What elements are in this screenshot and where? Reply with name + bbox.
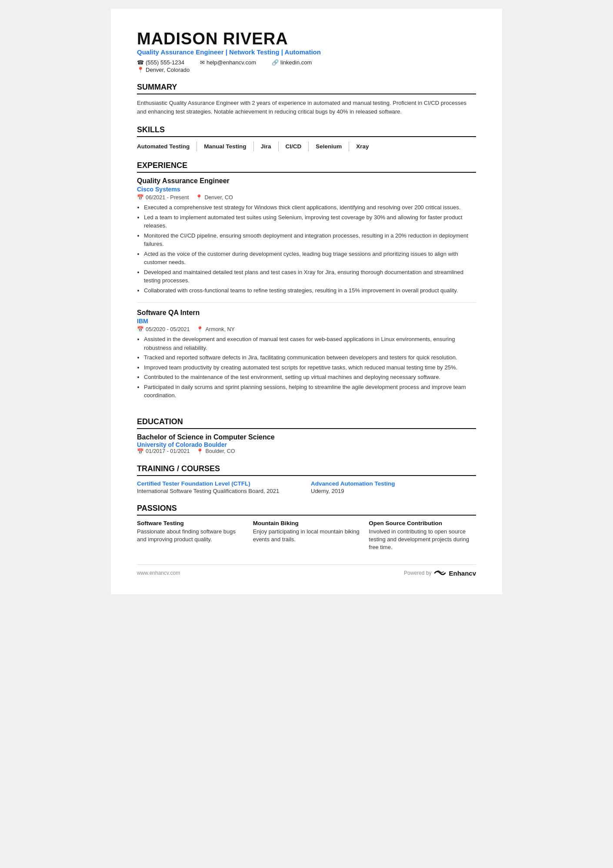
calendar-icon: 📅 <box>137 326 144 332</box>
summary-text: Enthusiastic Quality Assurance Engineer … <box>137 99 476 116</box>
passion-title: Mountain Biking <box>253 520 360 526</box>
bullet-item: Participated in daily scrums and sprint … <box>144 383 476 400</box>
linkedin-value: linkedin.com <box>280 59 312 66</box>
summary-heading: SUMMARY <box>137 83 476 94</box>
experience-section: EXPERIENCE Quality Assurance EngineerCis… <box>137 161 476 408</box>
skills-heading: SKILLS <box>137 125 476 137</box>
bullet-item: Developed and maintained detailed test p… <box>144 268 476 285</box>
candidate-name: MADISON RIVERA <box>137 30 476 48</box>
passion-text: Enjoy participating in local mountain bi… <box>253 528 360 543</box>
experience-heading: EXPERIENCE <box>137 161 476 173</box>
training-item: Certified Tester Foundation Level (CTFL)… <box>137 480 302 494</box>
skills-section: SKILLS Automated TestingManual TestingJi… <box>137 125 476 151</box>
location-value: Denver, Colorado <box>146 67 190 73</box>
edu-degree: Bachelor of Science in Computer Science <box>137 433 476 441</box>
enhancv-brand-name: Enhancv <box>449 570 476 577</box>
passion-item: Software TestingPassionate about finding… <box>137 520 244 552</box>
enhancv-logo-icon <box>434 569 446 577</box>
edu-location: 📍 Boulder, CO <box>197 448 235 455</box>
resume-page: MADISON RIVERA Quality Assurance Enginee… <box>111 9 502 594</box>
calendar-icon: 📅 <box>137 194 144 201</box>
bullet-item: Contributed to the maintenance of the te… <box>144 373 476 382</box>
email-icon: ✉ <box>200 59 205 66</box>
footer-website: www.enhancv.com <box>137 570 180 576</box>
bullet-item: Assisted in the development and executio… <box>144 335 476 352</box>
job-date: 📅 06/2021 - Present <box>137 194 189 201</box>
job-date: 📅 05/2020 - 05/2021 <box>137 326 190 332</box>
bullet-item: Improved team productivity by creating a… <box>144 363 476 372</box>
powered-by-label: Powered by <box>404 570 431 576</box>
job-bullets: Executed a comprehensive test strategy f… <box>137 203 476 295</box>
job-meta: 📅 06/2021 - Present 📍 Denver, CO <box>137 194 476 201</box>
job-location: 📍 Denver, CO <box>196 194 233 201</box>
bullet-item: Led a team to implement automated test s… <box>144 213 476 230</box>
education-heading: EDUCATION <box>137 417 476 429</box>
passion-title: Open Source Contribution <box>369 520 476 526</box>
training-issuer: International Software Testing Qualifica… <box>137 488 302 494</box>
skill-item: Jira <box>261 141 279 151</box>
passion-text: Passionate about finding software bugs a… <box>137 528 244 543</box>
passion-title: Software Testing <box>137 520 244 526</box>
phone-icon: ☎ <box>137 59 144 66</box>
bullet-item: Executed a comprehensive test strategy f… <box>144 203 476 212</box>
skill-item: Automated Testing <box>137 141 197 151</box>
training-item: Advanced Automation TestingUdemy, 2019 <box>311 480 476 494</box>
header: MADISON RIVERA Quality Assurance Enginee… <box>137 30 476 73</box>
experience-block: Quality Assurance EngineerCisco Systems … <box>137 177 476 303</box>
training-issuer: Udemy, 2019 <box>311 488 476 494</box>
linkedin-contact: 🔗 linkedin.com <box>272 59 312 66</box>
passion-text: Involved in contributing to open source … <box>369 528 476 552</box>
training-section: TRAINING / COURSES Certified Tester Foun… <box>137 464 476 494</box>
bullet-item: Acted as the voice of the customer durin… <box>144 250 476 267</box>
phone-value: (555) 555-1234 <box>146 59 184 66</box>
job-meta: 📅 05/2020 - 05/2021 📍 Armonk, NY <box>137 326 476 332</box>
location-icon: 📍 <box>196 194 203 201</box>
job-title: Quality Assurance Engineer <box>137 177 476 185</box>
skill-item: Manual Testing <box>204 141 253 151</box>
passions-section: PASSIONS Software TestingPassionate abou… <box>137 504 476 552</box>
training-heading: TRAINING / COURSES <box>137 464 476 476</box>
location-row: 📍 Denver, Colorado <box>137 67 476 73</box>
job-title: Software QA Intern <box>137 309 476 317</box>
location-icon: 📍 <box>137 67 144 73</box>
location-icon: 📍 <box>197 326 203 332</box>
contact-row: ☎ (555) 555-1234 ✉ help@enhancv.com 🔗 li… <box>137 59 476 66</box>
bullet-item: Collaborated with cross-functional teams… <box>144 286 476 295</box>
company-name: IBM <box>137 318 476 325</box>
passion-item: Mountain BikingEnjoy participating in lo… <box>253 520 360 552</box>
job-bullets: Assisted in the development and executio… <box>137 335 476 400</box>
candidate-title: Quality Assurance Engineer | Network Tes… <box>137 48 476 56</box>
email-value: help@enhancv.com <box>207 59 256 66</box>
edu-date: 📅 01/2017 - 01/2021 <box>137 448 190 455</box>
link-icon: 🔗 <box>272 59 279 66</box>
education-section: EDUCATION Bachelor of Science in Compute… <box>137 417 476 455</box>
bullet-item: Monitored the CI/CD pipeline, ensuring s… <box>144 231 476 248</box>
passion-item: Open Source ContributionInvolved in cont… <box>369 520 476 552</box>
page-footer: www.enhancv.com Powered by Enhancv <box>137 564 476 577</box>
company-name: Cisco Systems <box>137 186 476 193</box>
bullet-item: Tracked and reported software defects in… <box>144 353 476 362</box>
skill-item: Xray <box>356 141 376 151</box>
training-name: Certified Tester Foundation Level (CTFL) <box>137 480 302 487</box>
footer-brand: Powered by Enhancv <box>404 569 476 577</box>
edu-school: University of Colorado Boulder <box>137 441 476 448</box>
passions-heading: PASSIONS <box>137 504 476 516</box>
skills-list: Automated TestingManual TestingJiraCI/CD… <box>137 141 476 151</box>
calendar-icon: 📅 <box>137 448 144 455</box>
job-location: 📍 Armonk, NY <box>197 326 234 332</box>
location-icon-edu: 📍 <box>197 448 203 455</box>
skill-item: CI/CD <box>286 141 309 151</box>
phone-contact: ☎ (555) 555-1234 <box>137 59 184 66</box>
skill-item: Selenium <box>316 141 349 151</box>
email-contact: ✉ help@enhancv.com <box>200 59 256 66</box>
summary-section: SUMMARY Enthusiastic Quality Assurance E… <box>137 83 476 116</box>
experience-block: Software QA InternIBM 📅 05/2020 - 05/202… <box>137 309 476 408</box>
edu-meta: 📅 01/2017 - 01/2021 📍 Boulder, CO <box>137 448 476 455</box>
training-name: Advanced Automation Testing <box>311 480 476 487</box>
